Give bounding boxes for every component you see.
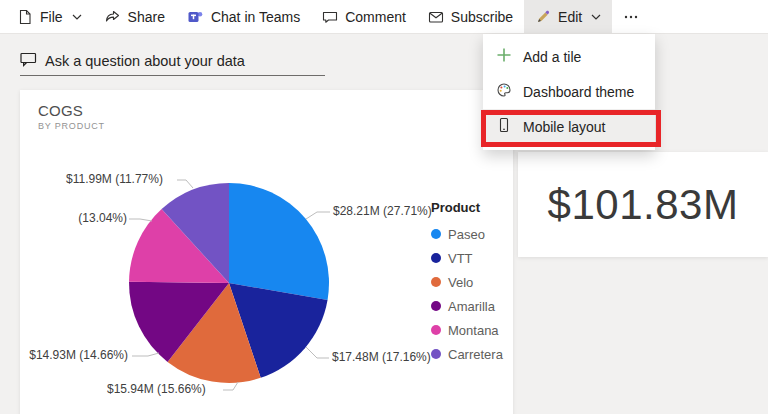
menu-item-label: Add a tile <box>523 49 581 65</box>
pie-data-label-carretera: $11.99M (11.77%) <box>66 172 163 186</box>
legend-dot <box>431 301 441 311</box>
menu-item-mobile-layout[interactable]: Mobile layout <box>483 109 655 144</box>
palette-icon <box>496 82 512 101</box>
pie-data-label-paseo: $28.21M (27.71%) <box>333 204 432 218</box>
subscribe-icon <box>428 9 444 25</box>
chat-in-teams-label: Chat in Teams <box>211 9 300 25</box>
legend-dot <box>431 349 441 359</box>
legend-item-carretera[interactable]: Carretera <box>431 342 511 366</box>
legend-dot <box>431 229 441 239</box>
subscribe-label: Subscribe <box>451 9 513 25</box>
cogs-pie-tile[interactable]: COGS BY PRODUCT $28.21M (27.71%)$17.48M … <box>20 90 513 414</box>
ask-question-input[interactable]: Ask a question about your data <box>20 46 325 76</box>
legend-label: VTT <box>448 251 473 266</box>
phone-icon <box>496 117 512 136</box>
label-leader-line <box>223 382 238 390</box>
label-leader-line <box>132 353 159 356</box>
tile-title: COGS <box>38 102 83 119</box>
more-options-button[interactable] <box>612 0 650 33</box>
file-button[interactable]: File <box>6 0 93 33</box>
legend-label: Carretera <box>448 347 503 362</box>
label-leader-line <box>177 180 193 188</box>
legend-title: Product <box>431 200 511 222</box>
total-cogs-card-tile[interactable]: $101.83M <box>518 152 768 257</box>
ask-question-placeholder: Ask a question about your data <box>45 53 245 69</box>
comment-label: Comment <box>345 9 406 25</box>
share-icon <box>104 9 121 25</box>
edit-button[interactable]: Edit <box>524 0 612 33</box>
menu-item-dashboard-theme[interactable]: Dashboard theme <box>483 74 655 109</box>
legend-label: Amarilla <box>448 299 495 314</box>
edit-dropdown-menu: Add a tile Dashboard theme Mobile layout <box>483 34 655 150</box>
more-icon <box>623 9 639 25</box>
legend-dot <box>431 325 441 335</box>
legend-label: Paseo <box>448 227 485 242</box>
share-button[interactable]: Share <box>93 0 176 33</box>
plus-icon <box>496 47 512 66</box>
subscribe-button[interactable]: Subscribe <box>417 0 524 33</box>
pie-legend: Product PaseoVTTVeloAmarillaMontanaCarre… <box>431 200 511 366</box>
pie-data-label-velo: $15.94M (15.66%) <box>107 382 206 396</box>
menu-item-add-a-tile[interactable]: Add a tile <box>483 39 655 74</box>
label-leader-line <box>129 219 152 221</box>
menu-item-label: Mobile layout <box>523 119 606 135</box>
legend-label: Velo <box>448 275 473 290</box>
chat-in-teams-button[interactable]: Chat in Teams <box>176 0 311 33</box>
legend-item-amarilla[interactable]: Amarilla <box>431 294 511 318</box>
pie-slice-paseo[interactable] <box>229 183 329 300</box>
pie-data-label-montana: (13.04%) <box>78 211 127 225</box>
tile-subtitle: BY PRODUCT <box>38 121 105 131</box>
chevron-down-icon <box>591 14 601 20</box>
label-leader-line <box>306 212 330 219</box>
legend-item-montana[interactable]: Montana <box>431 318 511 342</box>
comment-button[interactable]: Comment <box>311 0 417 33</box>
question-bubble-icon <box>20 52 37 70</box>
legend-dot <box>431 277 441 287</box>
teams-icon <box>187 9 204 25</box>
toolbar: File Share Chat in Teams Comment <box>0 0 768 34</box>
legend-item-paseo[interactable]: Paseo <box>431 222 511 246</box>
legend-item-velo[interactable]: Velo <box>431 270 511 294</box>
legend-label: Montana <box>448 323 499 338</box>
legend-item-vtt[interactable]: VTT <box>431 246 511 270</box>
edit-icon <box>535 9 551 25</box>
menu-item-label: Dashboard theme <box>523 84 634 100</box>
label-leader-line <box>306 347 329 358</box>
edit-label: Edit <box>558 9 582 25</box>
card-value: $101.83M <box>548 181 739 229</box>
chevron-down-icon <box>72 14 82 20</box>
pie-data-label-vtt: $17.48M (17.16%) <box>332 350 431 364</box>
pie-data-label-amarilla: $14.93M (14.66%) <box>29 348 128 362</box>
comment-icon <box>322 9 338 25</box>
file-label: File <box>40 9 63 25</box>
share-label: Share <box>128 9 165 25</box>
legend-dot <box>431 253 441 263</box>
file-icon <box>17 9 33 25</box>
